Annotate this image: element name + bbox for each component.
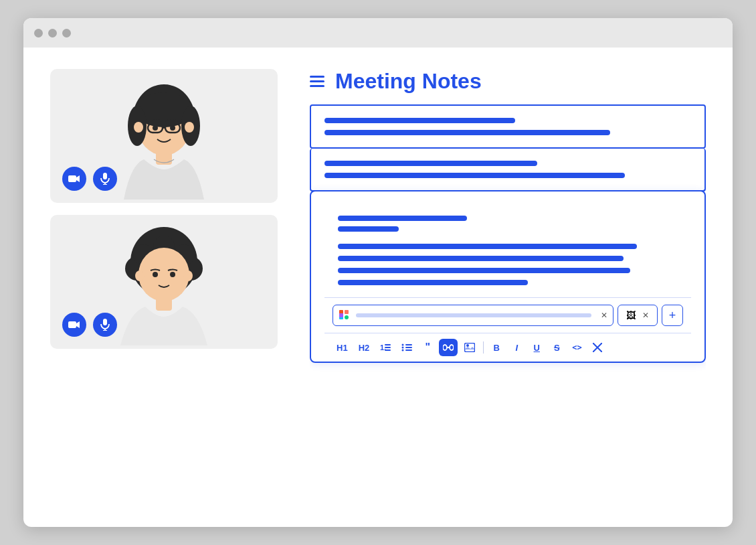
text-line bbox=[324, 161, 537, 166]
figma-remove-button[interactable]: ✕ bbox=[601, 311, 607, 320]
traffic-light-1 bbox=[34, 29, 43, 37]
video-card-1 bbox=[50, 69, 278, 203]
svg-rect-13 bbox=[68, 175, 76, 182]
text-line bbox=[324, 118, 515, 123]
format-link[interactable] bbox=[439, 339, 458, 356]
text-line bbox=[324, 173, 625, 178]
format-unordered-list[interactable] bbox=[397, 339, 416, 356]
traffic-light-3 bbox=[62, 29, 71, 37]
mic-button-1[interactable] bbox=[93, 167, 117, 191]
video-button-2[interactable] bbox=[62, 313, 86, 337]
svg-point-52 bbox=[466, 344, 469, 347]
svg-point-12 bbox=[170, 125, 175, 131]
note-section-2[interactable] bbox=[310, 149, 706, 191]
svg-rect-14 bbox=[103, 173, 107, 179]
format-quote[interactable]: " bbox=[419, 339, 436, 356]
image-attachment[interactable]: 🖼 ✕ bbox=[618, 305, 658, 326]
svg-rect-42 bbox=[385, 349, 391, 351]
notes-header: Meeting Notes bbox=[310, 69, 706, 94]
format-code[interactable]: <> bbox=[568, 339, 585, 356]
svg-rect-51 bbox=[465, 343, 475, 352]
format-bold[interactable]: B bbox=[488, 339, 505, 356]
format-h2[interactable]: H2 bbox=[355, 339, 374, 356]
svg-point-43 bbox=[402, 344, 404, 346]
video-controls-1 bbox=[62, 167, 117, 191]
format-strikethrough[interactable]: S bbox=[548, 339, 565, 356]
traffic-light-2 bbox=[48, 29, 57, 37]
svg-point-26 bbox=[183, 270, 193, 281]
format-h1[interactable]: H1 bbox=[333, 339, 352, 356]
mic-button-2[interactable] bbox=[93, 313, 117, 337]
svg-point-25 bbox=[135, 270, 145, 281]
video-controls-2 bbox=[62, 313, 117, 337]
notes-container: ✕ 🖼 ✕ + H1 H2 1. bbox=[310, 104, 706, 511]
format-italic[interactable]: I bbox=[508, 339, 525, 356]
svg-point-37 bbox=[345, 315, 349, 319]
format-clear[interactable] bbox=[589, 339, 606, 356]
toolbar-divider bbox=[483, 341, 484, 354]
title-bar bbox=[23, 18, 733, 48]
svg-rect-48 bbox=[405, 349, 412, 351]
format-image[interactable] bbox=[460, 339, 479, 356]
notes-title: Meeting Notes bbox=[335, 69, 482, 94]
figma-attachment[interactable]: ✕ bbox=[333, 305, 613, 326]
svg-point-29 bbox=[170, 272, 175, 277]
svg-rect-41 bbox=[385, 347, 391, 348]
svg-rect-31 bbox=[103, 319, 107, 325]
active-content bbox=[324, 204, 691, 297]
svg-point-44 bbox=[402, 347, 404, 349]
svg-rect-47 bbox=[405, 347, 412, 348]
video-button-1[interactable] bbox=[62, 167, 86, 191]
text-line bbox=[338, 216, 467, 221]
text-line bbox=[338, 244, 637, 249]
svg-rect-46 bbox=[405, 344, 412, 345]
attachment-toolbar: ✕ 🖼 ✕ + bbox=[324, 297, 691, 333]
right-panel: Meeting Notes bbox=[310, 69, 706, 511]
content-area: Meeting Notes bbox=[23, 48, 733, 527]
note-section-active[interactable]: ✕ 🖼 ✕ + H1 H2 1. bbox=[310, 190, 706, 363]
add-attachment-button[interactable]: + bbox=[662, 305, 683, 326]
image-icon: 🖼 bbox=[626, 310, 636, 321]
left-panel bbox=[50, 69, 278, 511]
text-line bbox=[338, 268, 630, 273]
svg-rect-40 bbox=[385, 344, 391, 345]
svg-point-28 bbox=[153, 272, 158, 277]
svg-point-45 bbox=[402, 349, 404, 352]
image-remove-button[interactable]: ✕ bbox=[642, 311, 649, 320]
text-line bbox=[338, 256, 624, 261]
figma-icon bbox=[339, 310, 349, 321]
svg-point-24 bbox=[138, 248, 189, 301]
figma-url-bar bbox=[356, 313, 591, 317]
svg-rect-30 bbox=[68, 321, 76, 328]
svg-point-7 bbox=[185, 122, 194, 133]
format-underline[interactable]: U bbox=[528, 339, 545, 356]
svg-rect-50 bbox=[450, 345, 454, 350]
svg-point-6 bbox=[134, 122, 143, 133]
format-ordered-list[interactable]: 1. bbox=[376, 339, 395, 356]
text-line bbox=[338, 280, 528, 285]
svg-rect-49 bbox=[443, 345, 447, 350]
text-line bbox=[324, 130, 610, 135]
svg-point-11 bbox=[153, 125, 158, 131]
browser-window: Meeting Notes bbox=[23, 18, 733, 527]
svg-rect-38 bbox=[339, 313, 343, 317]
svg-rect-35 bbox=[345, 310, 349, 314]
hamburger-icon[interactable] bbox=[310, 76, 324, 87]
formatting-toolbar: H1 H2 1. bbox=[324, 333, 691, 362]
note-section-1[interactable] bbox=[310, 104, 706, 149]
video-card-2 bbox=[50, 215, 278, 349]
text-line bbox=[338, 226, 399, 232]
